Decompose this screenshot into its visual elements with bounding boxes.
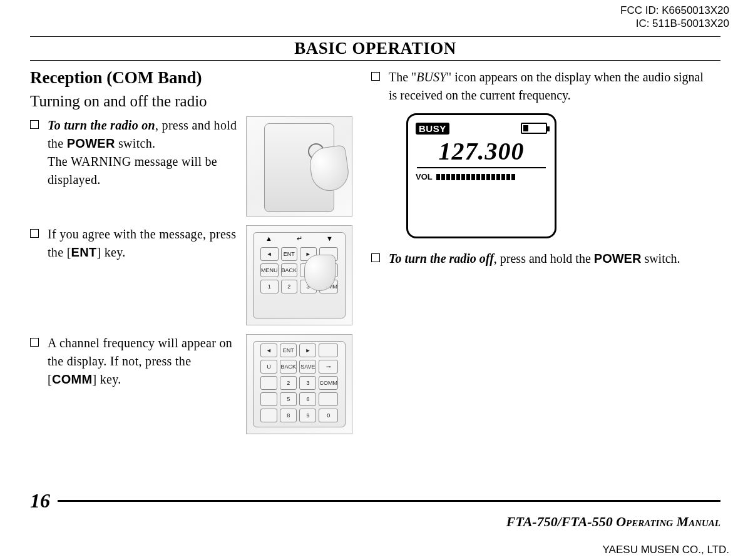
left-column: Reception (COM Band) Turning on and off …: [30, 68, 352, 443]
section-title-bar: BASIC OPERATION: [30, 36, 720, 61]
turning-on-off-subheading: Turning on and off the radio: [30, 93, 352, 110]
step-item: A channel frequency will appear on the d…: [30, 334, 352, 434]
lcd-volume-row: VOL: [416, 172, 547, 181]
manual-model: FTA-750/FTA-550: [506, 514, 616, 529]
checkbox-icon: [371, 72, 380, 81]
right-column: The "BUSY" icon appears on the display w…: [371, 68, 709, 443]
manual-title: FTA-750/FTA-550 Operating Manual: [30, 514, 720, 530]
footer-divider: [58, 500, 720, 502]
reception-heading: Reception (COM Band): [30, 68, 352, 88]
step-text: A channel frequency will appear on the d…: [48, 334, 242, 389]
vol-label: VOL: [416, 172, 433, 181]
busy-badge: BUSY: [416, 123, 449, 135]
step-text: To turn the radio on, press and hold the…: [48, 116, 242, 189]
company-name: YAESU MUSEN CO., LTD.: [603, 544, 729, 556]
checkbox-icon: [30, 338, 39, 347]
step-text: The "BUSY" icon appears on the display w…: [389, 68, 709, 104]
checkbox-icon: [30, 120, 39, 129]
battery-icon: [521, 123, 547, 134]
vol-bars: [436, 174, 515, 180]
checkbox-icon: [30, 229, 39, 238]
keypad-illustration: ◄ENT►UBACKSAVE⊸23COMM56890: [246, 334, 352, 434]
keypad-grid-comm: ◄ENT►UBACKSAVE⊸23COMM56890: [260, 344, 338, 424]
keypad-illustration: ▲↵▼ ◄ENT►MENUBACK⊸123COMM: [246, 225, 352, 325]
step-text: To turn the radio off, press and hold th…: [389, 250, 709, 268]
figure-power-switch: [246, 116, 352, 216]
ic-id-text: IC: 511B-50013X20: [620, 17, 729, 30]
content-columns: Reception (COM Band) Turning on and off …: [30, 68, 720, 443]
step-text: If you agree with the message, press the…: [48, 225, 242, 262]
fcc-id-text: FCC ID: K6650013X20: [620, 4, 729, 17]
page-footer: 16 FTA-750/FTA-550 Operating Manual: [30, 489, 720, 530]
manual-page: FCC ID: K6650013X20 IC: 511B-50013X20 BA…: [0, 0, 733, 560]
manual-subtitle: Operating Manual: [616, 514, 720, 529]
step-item: The "BUSY" icon appears on the display w…: [371, 68, 709, 104]
step-item: To turn the radio off, press and hold th…: [371, 250, 709, 268]
nav-arrows-row: ▲↵▼: [265, 235, 333, 243]
section-title: BASIC OPERATION: [294, 39, 456, 58]
lcd-figure: BUSY 127.300 VOL: [406, 113, 709, 238]
frequency-underline: [417, 167, 546, 168]
lcd-screen: BUSY 127.300 VOL: [406, 113, 556, 238]
figure-ent-key: ▲↵▼ ◄ENT►MENUBACK⊸123COMM: [246, 225, 352, 325]
footer-rule-line: 16: [30, 489, 720, 512]
lcd-frequency: 127.300: [416, 136, 547, 166]
checkbox-icon: [371, 253, 380, 262]
lcd-status-row: BUSY: [416, 121, 547, 135]
regulatory-id-block: FCC ID: K6650013X20 IC: 511B-50013X20: [620, 4, 729, 31]
figure-comm-key: ◄ENT►UBACKSAVE⊸23COMM56890: [246, 334, 352, 434]
finger-icon: [304, 255, 336, 291]
page-number: 16: [30, 489, 50, 512]
step-item: If you agree with the message, press the…: [30, 225, 352, 325]
step-item: To turn the radio on, press and hold the…: [30, 116, 352, 216]
radio-illustration: [246, 116, 352, 216]
